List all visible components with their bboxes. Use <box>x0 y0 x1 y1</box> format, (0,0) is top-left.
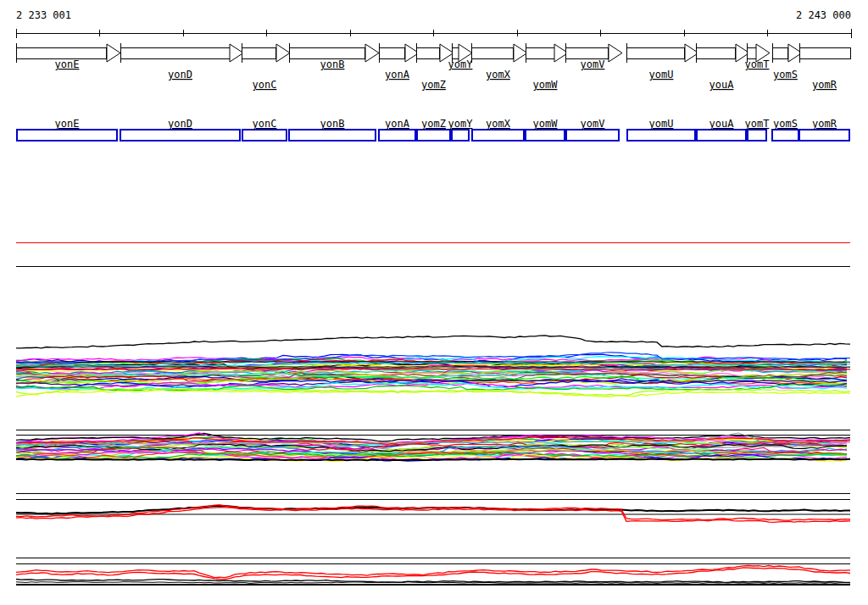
gene-body[interactable] <box>452 47 459 58</box>
gene-arrow-yomW[interactable]: yomW <box>526 43 568 91</box>
gene-box-label-yomX[interactable]: yomX <box>486 118 511 130</box>
gene-box[interactable] <box>17 130 117 141</box>
genome-browser-canvas: yonEyonDyonCyonByonAyomZyomYyomXyomWyomV… <box>0 0 868 605</box>
gene-label-youA[interactable]: youA <box>709 79 735 91</box>
gene-body[interactable] <box>472 47 514 58</box>
gene-label-yomR[interactable]: yomR <box>812 79 837 91</box>
gene-arrow-yomU[interactable]: yomU <box>627 43 698 80</box>
gene-body[interactable] <box>748 47 756 58</box>
gene-box-label-yomS[interactable]: yomS <box>773 118 798 130</box>
gene-box-label-yonD[interactable]: yonD <box>168 118 192 130</box>
gene-box-yomU[interactable]: yomU <box>627 118 695 141</box>
gene-arrow-yomY[interactable]: yomY <box>448 43 474 70</box>
gene-arrow-yonB[interactable]: yonB <box>289 43 379 70</box>
gene-box-label-yomY[interactable]: yomY <box>448 118 474 130</box>
gene-body[interactable] <box>417 47 440 58</box>
gene-box-label-yonA[interactable]: yonA <box>385 118 410 130</box>
gene-body[interactable] <box>242 47 276 58</box>
gene-box-yomY[interactable]: yomY <box>448 118 474 141</box>
gene-label-yonA[interactable]: yonA <box>385 69 410 80</box>
gene-body[interactable] <box>379 47 405 58</box>
gene-box-label-yomZ[interactable]: yomZ <box>421 118 446 130</box>
gene-body[interactable] <box>526 47 554 58</box>
gene-box[interactable] <box>627 130 695 141</box>
gene-arrow-track: yonEyonDyonCyonByonAyomZyomYyomXyomWyomV… <box>17 43 850 91</box>
gene-body[interactable] <box>697 47 736 58</box>
gene-box[interactable] <box>772 130 798 141</box>
gene-label-yomV[interactable]: yomV <box>581 58 605 70</box>
gene-box-yomR[interactable]: yomR <box>799 118 849 141</box>
gene-body[interactable] <box>17 47 107 58</box>
gene-box-label-youA[interactable]: youA <box>709 118 735 130</box>
gene-label-yomS[interactable]: yomS <box>773 69 798 80</box>
gene-body[interactable] <box>799 47 850 58</box>
gene-arrow-yomT[interactable]: yomT <box>745 43 770 70</box>
gene-arrowhead[interactable] <box>230 44 243 62</box>
gene-arrow-yomS[interactable]: yomS <box>772 43 802 80</box>
gene-box[interactable] <box>566 130 619 141</box>
gene-body[interactable] <box>120 47 230 58</box>
gene-box-yonA[interactable]: yonA <box>379 118 415 141</box>
gene-box-label-yomR[interactable]: yomR <box>812 118 837 130</box>
gene-label-yonD[interactable]: yonD <box>168 69 192 80</box>
signal-tracks <box>16 336 850 585</box>
gene-body[interactable] <box>772 47 788 58</box>
gene-body[interactable] <box>566 47 609 58</box>
gene-arrow-yomX[interactable]: yomX <box>472 43 527 80</box>
gene-label-yomT[interactable]: yomT <box>745 58 770 70</box>
gene-box[interactable] <box>120 130 240 141</box>
gene-box-label-yomW[interactable]: yomW <box>533 118 559 130</box>
gene-box[interactable] <box>452 130 469 141</box>
gene-box-yomX[interactable]: yomX <box>472 118 524 141</box>
gene-arrow-yomV[interactable]: yomV <box>566 43 622 70</box>
gene-box-label-yomU[interactable]: yomU <box>649 118 674 130</box>
gene-box-yonB[interactable]: yonB <box>289 118 376 141</box>
gene-label-yonC[interactable]: yonC <box>253 79 277 91</box>
gene-label-yomZ[interactable]: yomZ <box>421 79 446 91</box>
gene-box-yomW[interactable]: yomW <box>526 118 565 141</box>
gene-arrow-yomR[interactable]: yomR <box>799 43 850 91</box>
gene-body[interactable] <box>289 47 365 58</box>
ruler <box>16 29 851 38</box>
gene-box[interactable] <box>242 130 287 141</box>
gene-box-yonD[interactable]: yonD <box>120 118 240 141</box>
gene-box[interactable] <box>799 130 849 141</box>
gene-box-youA[interactable]: youA <box>697 118 746 141</box>
gene-label-yomX[interactable]: yomX <box>486 69 511 80</box>
gene-body[interactable] <box>627 47 685 58</box>
gene-arrow-yonA[interactable]: yonA <box>379 43 419 80</box>
gene-label-yonB[interactable]: yonB <box>320 58 345 70</box>
gene-box-yonC[interactable]: yonC <box>242 118 287 141</box>
gene-box[interactable] <box>748 130 766 141</box>
gene-box-label-yomT[interactable]: yomT <box>745 118 770 130</box>
gene-box-label-yomV[interactable]: yomV <box>581 118 605 130</box>
gene-arrowhead[interactable] <box>365 44 379 62</box>
gene-box[interactable] <box>379 130 415 141</box>
gene-box-label-yonC[interactable]: yonC <box>253 118 277 130</box>
gene-arrow-yonE[interactable]: yonE <box>17 43 120 70</box>
gene-box[interactable] <box>526 130 565 141</box>
gene-arrow-yonC[interactable]: yonC <box>242 43 290 91</box>
gene-box[interactable] <box>697 130 746 141</box>
gene-arrow-youA[interactable]: youA <box>697 43 749 91</box>
threshold-lines <box>16 242 850 266</box>
gene-label-yomW[interactable]: yomW <box>533 79 559 91</box>
gene-box-yomZ[interactable]: yomZ <box>417 118 450 141</box>
gene-arrowhead[interactable] <box>107 44 120 62</box>
gene-label-yomY[interactable]: yomY <box>448 58 474 70</box>
gene-arrowhead[interactable] <box>276 44 290 62</box>
gene-box[interactable] <box>472 130 524 141</box>
gene-arrow-yonD[interactable]: yonD <box>120 43 243 80</box>
gene-box[interactable] <box>289 130 376 141</box>
gene-arrowhead[interactable] <box>609 44 622 62</box>
expression-profile-stack-2 <box>16 433 850 462</box>
gene-box-yomV[interactable]: yomV <box>566 118 619 141</box>
gene-label-yonE[interactable]: yonE <box>55 58 80 70</box>
gene-box-label-yonE[interactable]: yonE <box>55 118 80 130</box>
gene-label-yomU[interactable]: yomU <box>649 69 674 80</box>
gene-box-label-yonB[interactable]: yonB <box>320 118 345 130</box>
gene-box[interactable] <box>417 130 450 141</box>
gene-box-yonE[interactable]: yonE <box>17 118 117 141</box>
gene-box-yomT[interactable]: yomT <box>745 118 770 141</box>
gene-box-yomS[interactable]: yomS <box>772 118 798 141</box>
